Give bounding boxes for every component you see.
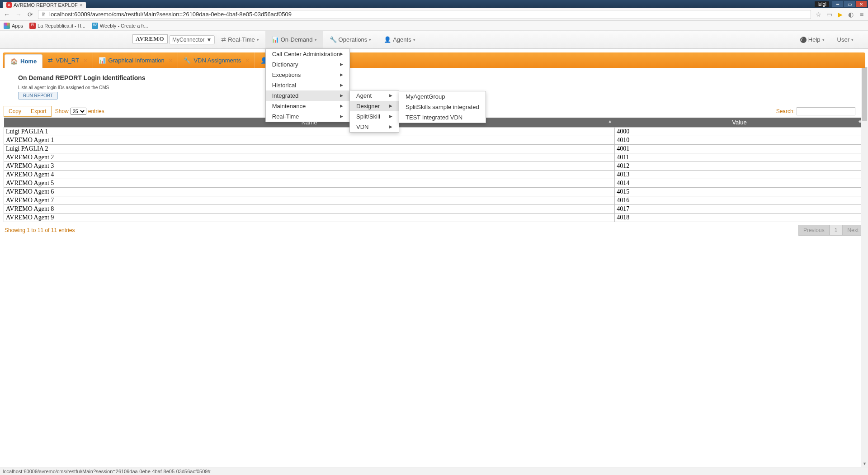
connector-select[interactable]: MyConnector ▼ [169, 35, 215, 44]
table-row[interactable]: AVREMO Agent 94018 [4, 214, 864, 222]
chevron-down-icon: ▾ [851, 38, 854, 42]
designer-splitskills[interactable]: SplitSkills sample integrated [399, 102, 486, 112]
nav-agents[interactable]: 👤 Agents ▾ [377, 31, 421, 48]
connector-label: MyConnector [172, 37, 204, 43]
submenu-agent[interactable]: Agent▶ [350, 90, 399, 101]
menu-realtime[interactable]: Real-Time▶ [266, 111, 349, 122]
bookmark-weebly[interactable]: WWeebly - Create a fr... [92, 23, 148, 29]
menu-maintenance[interactable]: Maintenance▶ [266, 101, 349, 111]
cell-value: 4013 [615, 171, 864, 179]
nav-back-icon[interactable]: ← [3, 10, 11, 19]
nav-forward-icon[interactable]: → [14, 10, 23, 19]
extension-icon[interactable]: ◐ [847, 11, 854, 18]
designer-myagentgroup[interactable]: MyAgentGroup [399, 91, 486, 102]
table-row[interactable]: AVREMO Agent 44013 [4, 171, 864, 179]
menu-exceptions[interactable]: Exceptions▶ [266, 70, 349, 80]
cell-name: AVREMO Agent 5 [4, 179, 615, 188]
submenu-designer[interactable]: Designer▶ MyAgentGroup SplitSkills sampl… [350, 101, 399, 111]
window-close-icon[interactable]: ✕ [855, 0, 867, 8]
nav-label: Help [808, 36, 821, 43]
run-report-button[interactable]: RUN REPORT [18, 92, 58, 100]
url-text: localhost:60009/avremo/cms/restful/Main?… [49, 11, 292, 18]
star-icon[interactable]: ☆ [815, 11, 822, 18]
refresh-icon: ⇄ [221, 36, 226, 43]
cell-value: 4016 [615, 196, 864, 205]
tab-graphical[interactable]: 📊 Graphical Information × [93, 52, 179, 68]
menu-icon[interactable]: ≡ [858, 11, 865, 18]
address-bar[interactable]: 🗎 localhost:60009/avremo/cms/restful/Mai… [38, 10, 811, 19]
menu-integrated[interactable]: Integrated▶ Agent▶ Designer▶ MyAgentGrou… [266, 90, 349, 101]
tab-vdn-assignments[interactable]: 🔧 VDN Assignments × [178, 52, 255, 68]
nav-ondemand[interactable]: 📊 On-Demand ▾ Call Center Administration… [265, 31, 323, 48]
cell-name: AVREMO Agent 7 [4, 196, 615, 205]
tab-close-icon[interactable]: × [82, 57, 87, 64]
window-minimize-icon[interactable]: ━ [832, 0, 844, 8]
bookmark-apps[interactable]: Apps [4, 23, 23, 29]
table-info-text: Showing 1 to 11 of 11 entries [5, 227, 75, 233]
scroll-thumb[interactable] [862, 67, 867, 121]
nav-realtime[interactable]: ⇄ Real-Time ▾ [215, 31, 265, 48]
designer-submenu: MyAgentGroup SplitSkills sample integrat… [399, 91, 486, 123]
nav-operations[interactable]: 🔧 Operations ▾ [323, 31, 378, 48]
export-button[interactable]: Export [26, 106, 52, 117]
site-icon: R [29, 23, 36, 29]
prev-button[interactable]: Previous [798, 225, 830, 236]
chevron-right-icon: ▶ [340, 62, 343, 66]
cell-name: AVREMO Agent 8 [4, 205, 615, 214]
table-row[interactable]: AVREMO Agent 54014 [4, 179, 864, 188]
chevron-right-icon: ▶ [389, 124, 392, 129]
question-icon: ? [800, 37, 807, 43]
designer-test-vdn[interactable]: TEST Integrated VDN [399, 112, 486, 123]
search-input[interactable] [797, 107, 855, 115]
menu-historical[interactable]: Historical▶ [266, 80, 349, 90]
device-icon[interactable]: ▭ [826, 11, 833, 18]
cell-value: 4010 [615, 136, 864, 145]
menu-call-center-admin[interactable]: Call Center Administration▶ [266, 49, 349, 59]
cell-value: 4012 [615, 162, 864, 171]
chevron-right-icon: ▶ [389, 114, 392, 119]
page-1-button[interactable]: 1 [830, 225, 843, 236]
table-row[interactable]: AVREMO Agent 34012 [4, 162, 864, 171]
tab-close-icon[interactable]: × [244, 57, 249, 64]
cell-name: Luigi PAGLIA 1 [4, 128, 615, 136]
window-maximize-icon[interactable]: ▭ [844, 0, 855, 8]
tab-label: Graphical Information [108, 57, 165, 64]
page-size-select[interactable]: 25 [71, 108, 86, 115]
favicon-icon: A [6, 2, 12, 8]
show-label: Show [55, 108, 69, 114]
tab-close-icon[interactable]: × [167, 57, 173, 64]
copy-button[interactable]: Copy [4, 106, 26, 117]
col-value[interactable]: Value◆ [615, 118, 864, 128]
chevron-right-icon: ▶ [340, 114, 343, 119]
table-row[interactable]: Luigi PAGLIA 14000 [4, 128, 864, 136]
vertical-scrollbar[interactable]: ▲ ▼ [861, 67, 868, 238]
cell-name: AVREMO Agent 6 [4, 188, 615, 196]
submenu-splitskill[interactable]: Split/Skill▶ [350, 111, 399, 122]
table-row[interactable]: AVREMO Agent 84017 [4, 205, 864, 214]
menu-label: Maintenance [272, 103, 306, 109]
menu-label: MyAgentGroup [406, 93, 445, 100]
table-row[interactable]: AVREMO Agent 74016 [4, 196, 864, 205]
table-row[interactable]: AVREMO Agent 64015 [4, 188, 864, 196]
cell-value: 4011 [615, 153, 864, 162]
table-row[interactable]: Luigi PAGLIA 24001 [4, 145, 864, 153]
browser-tab[interactable]: A AVREMO REPORT EXPLOF × [3, 2, 86, 8]
play-icon[interactable]: ▶ [836, 11, 844, 18]
next-button[interactable]: Next [842, 225, 863, 236]
table-row[interactable]: AVREMO Agent 24011 [4, 153, 864, 162]
nav-help[interactable]: ? Help ▾ [794, 31, 831, 48]
col-label: Value [732, 119, 746, 126]
submenu-vdn[interactable]: VDN▶ [350, 122, 399, 132]
tab-vdn-rt[interactable]: ⇄ VDN_RT × [42, 52, 93, 68]
table-row[interactable]: AVREMO Agent 14010 [4, 136, 864, 145]
tab-close-icon[interactable]: × [80, 2, 82, 8]
cell-value: 4000 [615, 128, 864, 136]
menu-dictionary[interactable]: Dictionary▶ [266, 59, 349, 70]
tabs-bar: 🏠 Home ⇄ VDN_RT × 📊 Graphical Informatio… [3, 52, 865, 68]
nav-user[interactable]: User ▾ [831, 31, 860, 48]
cell-name: Luigi PAGLIA 2 [4, 145, 615, 153]
nav-reload-icon[interactable]: ⟳ [26, 10, 34, 19]
cell-value: 4017 [615, 205, 864, 214]
bookmark-repubblica[interactable]: RLa Repubblica.it - H... [29, 23, 85, 29]
tab-home[interactable]: 🏠 Home [5, 54, 42, 68]
